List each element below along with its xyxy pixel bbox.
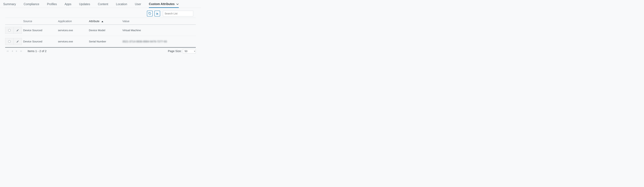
tab-label: Apps — [65, 2, 71, 6]
items-range-text: Items 1 - 2 of 2 — [28, 50, 46, 53]
tab-custom-attributes[interactable]: Custom Attributes — [149, 0, 179, 8]
search-input[interactable] — [163, 11, 193, 16]
chevron-down-icon — [176, 3, 179, 5]
page-size-label: Page Size: — [168, 50, 182, 53]
toolbar — [0, 8, 201, 18]
svg-marker-5 — [20, 50, 21, 52]
tab-updates[interactable]: Updates — [79, 0, 90, 8]
cell-source: Device Sourced — [23, 38, 58, 45]
row-actions-cell — [5, 36, 23, 47]
col-header-application[interactable]: Application — [58, 20, 89, 23]
row-edit-button[interactable] — [14, 27, 22, 34]
cell-application: services.exe — [58, 27, 89, 34]
tab-label: Custom Attributes — [149, 2, 175, 6]
tab-label: Updates — [79, 2, 90, 6]
tab-content[interactable]: Content — [98, 0, 108, 8]
cell-attribute: Device Model — [89, 27, 122, 34]
row-edit-button[interactable] — [14, 38, 22, 45]
svg-marker-6 — [21, 50, 22, 52]
row-select-radio[interactable] — [5, 27, 14, 34]
table-header: Source Application Attribute Value — [5, 18, 196, 25]
pencil-icon — [16, 29, 19, 32]
col-header-value[interactable]: Value — [122, 20, 196, 23]
svg-marker-0 — [102, 21, 103, 22]
table-footer: Items 1 - 2 of 2 Page Size: 50 — [0, 48, 201, 53]
prev-page-icon — [11, 50, 13, 52]
svg-marker-4 — [16, 50, 17, 52]
pager-arrows — [5, 50, 24, 52]
first-page-icon — [6, 50, 9, 52]
tab-user[interactable]: User — [135, 0, 141, 8]
tab-label: Profiles — [47, 2, 57, 6]
page-size-select[interactable]: 50 — [183, 49, 196, 53]
pager-next-button[interactable] — [16, 50, 18, 52]
pager-prev-button[interactable] — [11, 50, 13, 52]
attributes-table: Source Application Attribute Value Devic… — [5, 18, 196, 47]
row-actions — [5, 27, 22, 34]
export-button[interactable] — [154, 11, 160, 16]
svg-marker-3 — [12, 50, 13, 52]
radio-icon — [8, 29, 11, 32]
cell-value: Virtual Machine — [122, 27, 196, 34]
export-icon — [156, 12, 159, 15]
svg-marker-1 — [8, 50, 8, 52]
col-header-attribute-label: Attribute — [89, 20, 100, 23]
pager-last-button[interactable] — [20, 50, 22, 52]
refresh-icon — [148, 12, 151, 15]
tab-location[interactable]: Location — [116, 0, 127, 8]
refresh-button[interactable] — [147, 11, 153, 16]
cell-application: services.exe — [58, 38, 89, 45]
pager-first-button[interactable] — [6, 50, 9, 52]
col-header-attribute[interactable]: Attribute — [89, 20, 122, 23]
row-actions — [5, 38, 22, 45]
row-select-radio[interactable] — [5, 38, 14, 45]
table-body: Device Sourcedservices.exeDevice ModelVi… — [5, 25, 196, 47]
tab-apps[interactable]: Apps — [65, 0, 71, 8]
tab-profiles[interactable]: Profiles — [47, 0, 57, 8]
next-page-icon — [16, 50, 18, 52]
tab-label: Summary — [3, 2, 16, 6]
table-row: Device Sourcedservices.exeSerial Number3… — [5, 36, 196, 47]
tab-label: Location — [116, 2, 127, 6]
col-header-source[interactable]: Source — [23, 20, 58, 23]
last-page-icon — [20, 50, 22, 52]
cell-value: 3521-3714-0836-8984-9476-7277-93 — [122, 38, 196, 45]
tab-summary[interactable]: Summary — [3, 0, 16, 8]
table-row: Device Sourcedservices.exeDevice ModelVi… — [5, 25, 196, 36]
sort-asc-icon — [102, 20, 103, 23]
tab-label: Content — [98, 2, 108, 6]
radio-icon — [8, 40, 11, 43]
tab-bar: SummaryComplianceProfilesAppsUpdatesCont… — [0, 0, 201, 8]
tab-compliance[interactable]: Compliance — [24, 0, 39, 8]
row-actions-cell — [5, 25, 23, 36]
svg-marker-2 — [6, 50, 8, 52]
tab-label: Compliance — [24, 2, 39, 6]
cell-attribute: Serial Number — [89, 38, 122, 45]
cell-source: Device Sourced — [23, 27, 58, 34]
tab-label: User — [135, 2, 141, 6]
pencil-icon — [16, 40, 19, 43]
